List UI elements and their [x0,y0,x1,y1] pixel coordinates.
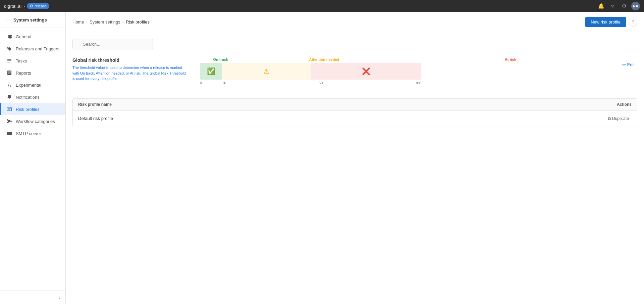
sidebar-item-releases-triggers[interactable]: Releases and Triggers [0,43,65,55]
svg-point-5 [10,121,12,122]
sidebar-item-risk-profiles[interactable]: Risk profiles [0,103,65,115]
breadcrumb: Home › System settings › Risk profiles [72,19,150,25]
col-name-header: Risk profile name [78,102,591,107]
duplicate-label: Duplicate [612,116,629,121]
experimental-icon [6,82,12,88]
risk-bar-and-edit: On track Attention needed At risk ✅ ⚠ [200,57,637,85]
error-circle-icon: ❌ [362,67,370,75]
risk-bar-container: On track Attention needed At risk ✅ ⚠ [200,57,614,85]
red-segment: ❌ [311,63,421,80]
sidebar-item-experimental[interactable]: Experimental [0,79,65,91]
scale-10: 10 [222,81,226,85]
search-wrapper: 🔍 [72,39,153,49]
risk-icon [6,106,12,112]
sidebar-item-tasks[interactable]: Tasks [0,55,65,67]
at-risk-label: At risk [407,57,614,61]
sidebar-item-general[interactable]: General [0,31,65,43]
on-track-label: On track [200,57,241,61]
sidebar-item-reports[interactable]: Reports [0,67,65,79]
workflow-icon [6,118,12,124]
table-header: Risk profile name Actions [73,99,637,111]
layout: ← System settings General Releases and T… [0,12,644,304]
row-profile-name: Default risk profile [78,116,591,121]
releases-icon [6,46,12,52]
svg-rect-1 [7,60,11,61]
duplicate-button[interactable]: ⧉ Duplicate [605,115,632,123]
content-body: 🔍 Global risk threshold The threshold va… [66,32,644,134]
sidebar-item-notifications[interactable]: Notifications [0,91,65,103]
back-arrow-icon: ← [5,17,11,23]
duplicate-icon: ⧉ [608,116,611,121]
brand-logo[interactable]: digital.ai · ⚙ release [4,3,49,9]
gear-icon [6,34,12,40]
risk-bar: ✅ ⚠ ❌ [200,63,421,80]
threshold-description: The threshold value is used to determine… [72,65,186,82]
bell-icon [6,94,12,100]
table-row: Default risk profile ⧉ Duplicate [73,111,637,127]
content-header: Home › System settings › Risk profiles N… [66,12,644,32]
sidebar-item-label: Notifications [16,95,40,100]
risk-profiles-table: Risk profile name Actions Default risk p… [72,98,637,127]
search-container: 🔍 [72,39,637,49]
threshold-area: Global risk threshold The threshold valu… [72,57,637,88]
help-icon[interactable]: ? [608,2,616,10]
breadcrumb-current: Risk profiles [126,19,150,25]
sidebar-item-workflow-categories[interactable]: Workflow categories [0,115,65,127]
yellow-segment: ⚠ [222,63,311,80]
risk-labels-row: On track Attention needed At risk [200,57,614,61]
scale-100: 100 [415,81,421,85]
scale-50: 50 [226,81,415,85]
avatar[interactable]: RA [631,2,640,10]
sidebar-item-label: General [16,34,31,39]
settings-icon[interactable]: ⚙ [620,2,628,10]
new-risk-profile-button[interactable]: New risk profile [585,17,626,27]
pencil-icon: ✏ [622,62,626,67]
help-circle-icon[interactable]: ? [629,18,637,27]
breadcrumb-home[interactable]: Home [72,19,84,25]
notifications-bell-icon[interactable]: 🔔 [597,2,605,10]
breadcrumb-sep-2: › [122,19,124,25]
release-badge: ⚙ release [27,3,49,9]
sidebar-item-label: Risk profiles [16,107,40,112]
sidebar-item-label: Experimental [16,83,41,88]
navbar: digital.ai · ⚙ release 🔔 ? ⚙ RA [0,0,644,12]
attention-needed-label: Attention needed [241,57,407,61]
sidebar-item-smtp-server[interactable]: SMTP server [0,127,65,139]
sidebar-item-label: Releases and Triggers [16,46,59,51]
green-segment: ✅ [200,63,222,80]
sidebar-item-label: Tasks [16,58,27,63]
search-input[interactable] [72,39,153,49]
smtp-icon [6,130,12,136]
sidebar-item-label: Reports [16,71,31,76]
chevron-left-icon: ‹ [58,295,60,300]
check-circle-icon: ✅ [207,67,215,75]
sidebar-header[interactable]: ← System settings [0,12,65,28]
warning-icon: ⚠ [263,67,269,75]
scale-0: 0 [200,81,202,85]
edit-label: Edit [627,62,635,67]
sidebar-title: System settings [13,17,47,23]
brand-dot: · [24,4,25,9]
release-icon: ⚙ [30,4,33,8]
collapse-sidebar-btn[interactable]: ‹ [0,290,65,304]
navbar-left: digital.ai · ⚙ release [4,3,49,9]
row-actions: ⧉ Duplicate [591,115,632,123]
risk-scale: 0 10 50 100 [200,81,421,85]
navbar-right: 🔔 ? ⚙ RA [597,2,640,10]
threshold-title: Global risk threshold [72,57,186,63]
tasks-icon [6,58,12,64]
col-actions-header: Actions [591,102,632,107]
sidebar: ← System settings General Releases and T… [0,12,66,304]
threshold-info: Global risk threshold The threshold valu… [72,57,186,88]
brand-name: digital.ai [4,4,22,9]
breadcrumb-sep-1: › [86,19,88,25]
edit-threshold-button[interactable]: ✏ Edit [620,61,637,69]
breadcrumb-system-settings[interactable]: System settings [90,19,120,25]
sidebar-nav: General Releases and Triggers Tasks Repo… [0,28,65,290]
main-content: Home › System settings › Risk profiles N… [66,12,644,304]
sidebar-item-label: SMTP server [16,131,41,136]
header-right: New risk profile ? [585,17,637,27]
sidebar-item-label: Workflow categories [16,119,55,124]
reports-icon [6,70,12,76]
svg-rect-2 [7,62,10,62]
